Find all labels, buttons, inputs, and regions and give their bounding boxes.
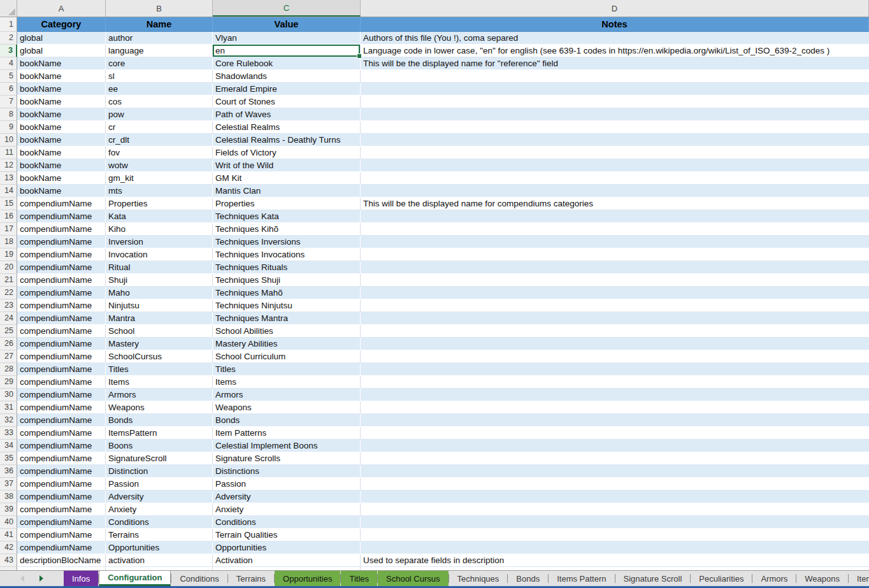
cell-notes[interactable]: Used to separate fields in description xyxy=(361,554,869,567)
sheet-tab-school-cursus[interactable]: School Cursus xyxy=(378,571,449,586)
cell-name[interactable]: Opportunities xyxy=(106,541,213,554)
cell-value[interactable]: Techniques Inversions xyxy=(213,236,361,248)
row-header[interactable]: 33 xyxy=(0,427,17,440)
row-header[interactable]: 30 xyxy=(0,389,17,401)
row-header[interactable]: 6 xyxy=(0,83,17,96)
row-header[interactable]: 26 xyxy=(0,338,17,350)
cell-category[interactable]: global xyxy=(17,45,106,57)
cell-notes[interactable] xyxy=(361,70,869,83)
row-header[interactable]: 40 xyxy=(0,516,17,529)
cell-category[interactable]: bookName xyxy=(17,108,106,121)
cell-value[interactable]: Distinctions xyxy=(213,465,361,478)
cell-name[interactable]: ItemsPattern xyxy=(106,427,213,440)
cell-category[interactable]: compendiumName xyxy=(17,401,106,414)
cell-value[interactable]: Titles xyxy=(213,363,361,376)
cell-value[interactable]: Opportunities xyxy=(213,541,361,554)
cell-value[interactable]: Shadowlands xyxy=(213,70,361,83)
cell-value[interactable]: Techniques Mantra xyxy=(213,312,361,325)
cell-name[interactable]: Distinction xyxy=(106,465,213,478)
sheet-tab-peculiarities[interactable]: Peculiarities xyxy=(691,571,752,586)
row-header[interactable]: 21 xyxy=(0,274,17,287)
row-header[interactable]: 20 xyxy=(0,261,17,274)
cell-name[interactable]: Terrains xyxy=(106,529,213,541)
cell-value[interactable]: Techniques Invocations xyxy=(213,248,361,261)
cell-name[interactable]: Invocation xyxy=(106,248,213,261)
sheet-tab-weapons[interactable]: Weapons xyxy=(796,571,848,586)
cell-value[interactable]: Weapons xyxy=(213,401,361,414)
cell-name[interactable]: Inversion xyxy=(106,236,213,248)
cell-value[interactable]: Core Rulebook xyxy=(213,57,361,70)
cell-name[interactable]: Mantra xyxy=(106,312,213,325)
row-header[interactable]: 16 xyxy=(0,210,17,223)
cell-value[interactable]: Signature Scrolls xyxy=(213,452,361,465)
cell-name[interactable]: mts xyxy=(106,185,213,197)
sheet-tab-techniques[interactable]: Techniques xyxy=(449,571,508,586)
cell-category[interactable]: compendiumName xyxy=(17,478,106,491)
sheet-tab-bonds[interactable]: Bonds xyxy=(508,571,548,586)
cell-notes[interactable]: This will be the displayed name for comp… xyxy=(361,197,869,210)
cell-name[interactable]: Passion xyxy=(106,478,213,491)
header-cell-name[interactable]: Name xyxy=(106,17,213,32)
cell-notes[interactable] xyxy=(361,338,869,350)
row-header[interactable]: 31 xyxy=(0,401,17,414)
cell-name[interactable]: Shuji xyxy=(106,274,213,287)
row-header[interactable]: 37 xyxy=(0,478,17,491)
cell-category[interactable]: compendiumName xyxy=(17,440,106,452)
cell-notes[interactable] xyxy=(361,363,869,376)
cell-notes[interactable] xyxy=(361,96,869,108)
cell-name[interactable]: Conditions xyxy=(106,516,213,529)
cell-value[interactable]: Celestial Implement Boons xyxy=(213,440,361,452)
cell-notes[interactable] xyxy=(361,261,869,274)
cell-notes[interactable] xyxy=(361,121,869,134)
cell-notes[interactable] xyxy=(361,236,869,248)
cell-category[interactable]: compendiumName xyxy=(17,465,106,478)
cell-category[interactable]: compendiumName xyxy=(17,261,106,274)
cell-category[interactable]: bookName xyxy=(17,185,106,197)
cell-notes[interactable] xyxy=(361,223,869,236)
cell-notes[interactable] xyxy=(361,108,869,121)
cell-category[interactable]: bookName xyxy=(17,147,106,159)
cell-notes[interactable] xyxy=(361,172,869,185)
cell-name[interactable]: Boons xyxy=(106,440,213,452)
select-all-corner[interactable] xyxy=(0,0,17,17)
cell-category[interactable]: compendiumName xyxy=(17,223,106,236)
cell-value[interactable]: Techniques Kihõ xyxy=(213,223,361,236)
cell-notes[interactable] xyxy=(361,516,869,529)
row-header[interactable]: 3 xyxy=(0,45,17,57)
cell-name[interactable]: SchoolCursus xyxy=(106,350,213,363)
cell-notes[interactable] xyxy=(361,134,869,147)
cell-notes[interactable] xyxy=(361,465,869,478)
cell-notes[interactable] xyxy=(361,350,869,363)
cell-notes[interactable] xyxy=(361,503,869,516)
cell-name[interactable]: School xyxy=(106,325,213,338)
cell-category[interactable]: compendiumName xyxy=(17,541,106,554)
sheet-tab-titles[interactable]: Titles xyxy=(341,571,377,586)
cell-category[interactable]: compendiumName xyxy=(17,427,106,440)
tab-scroll-right-icon[interactable] xyxy=(40,575,43,582)
cell-category[interactable]: global xyxy=(17,32,106,45)
cell-value[interactable]: GM Kit xyxy=(213,172,361,185)
cell-category[interactable]: compendiumName xyxy=(17,287,106,299)
sheet-tab-terrains[interactable]: Terrains xyxy=(228,571,274,586)
cell-category[interactable]: compendiumName xyxy=(17,274,106,287)
cell-name[interactable]: Titles xyxy=(106,363,213,376)
cell-name[interactable]: Properties xyxy=(106,197,213,210)
cell-name[interactable]: Bonds xyxy=(106,414,213,427)
cell-name[interactable]: cr_dlt xyxy=(106,134,213,147)
cell-notes[interactable] xyxy=(361,414,869,427)
sheet-tab-conditions[interactable]: Conditions xyxy=(171,571,227,586)
cell-value[interactable]: Terrain Qualities xyxy=(213,529,361,541)
cell-value[interactable]: Properties xyxy=(213,197,361,210)
cell-notes[interactable] xyxy=(361,529,869,541)
cell-value[interactable]: Writ of the Wild xyxy=(213,159,361,172)
cell-name[interactable]: Mastery xyxy=(106,338,213,350)
cell-category[interactable]: compendiumName xyxy=(17,350,106,363)
row-header[interactable]: 11 xyxy=(0,147,17,159)
cell-value[interactable]: School Curriculum xyxy=(213,350,361,363)
tab-scroll-left-icon[interactable] xyxy=(20,575,24,582)
row-header[interactable]: 8 xyxy=(0,108,17,121)
cell-notes[interactable] xyxy=(361,491,869,503)
sheet-tab-opportunities[interactable]: Opportunities xyxy=(275,571,340,586)
row-header[interactable]: 25 xyxy=(0,325,17,338)
cell-notes[interactable] xyxy=(361,541,869,554)
